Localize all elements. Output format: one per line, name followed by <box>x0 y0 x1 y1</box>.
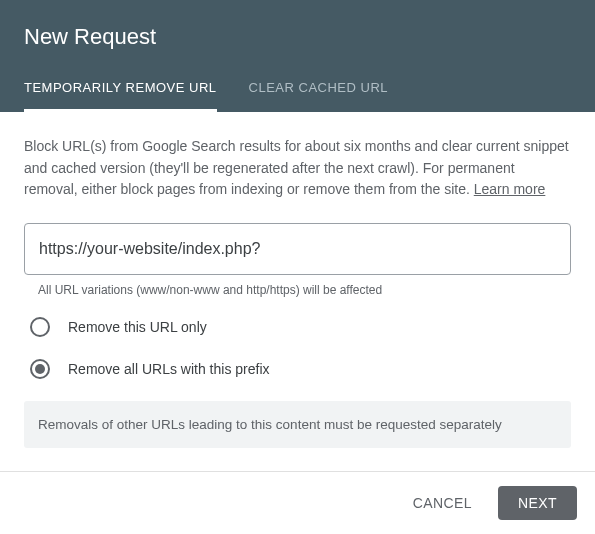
description-text: Block URL(s) from Google Search results … <box>24 136 571 201</box>
tab-temporarily-remove[interactable]: TEMPORARILY REMOVE URL <box>24 80 217 112</box>
dialog-header: New Request TEMPORARILY REMOVE URL CLEAR… <box>0 0 595 112</box>
info-banner: Removals of other URLs leading to this c… <box>24 401 571 448</box>
dialog-title: New Request <box>24 24 571 50</box>
next-button[interactable]: NEXT <box>498 486 577 520</box>
radio-label: Remove all URLs with this prefix <box>68 361 270 377</box>
radio-remove-url-only[interactable]: Remove this URL only <box>24 317 571 337</box>
radio-inner-dot-icon <box>35 364 45 374</box>
learn-more-link[interactable]: Learn more <box>474 181 546 197</box>
url-input[interactable] <box>24 223 571 275</box>
radio-icon <box>30 317 50 337</box>
tabs-bar: TEMPORARILY REMOVE URL CLEAR CACHED URL <box>24 80 571 112</box>
radio-label: Remove this URL only <box>68 319 207 335</box>
tab-clear-cached[interactable]: CLEAR CACHED URL <box>249 80 388 112</box>
dialog-content: Block URL(s) from Google Search results … <box>0 112 595 472</box>
url-helper-text: All URL variations (www/non-www and http… <box>24 283 571 297</box>
radio-remove-prefix[interactable]: Remove all URLs with this prefix <box>24 359 571 379</box>
cancel-button[interactable]: CANCEL <box>397 486 488 520</box>
dialog-footer: CANCEL NEXT <box>0 471 595 534</box>
radio-icon <box>30 359 50 379</box>
